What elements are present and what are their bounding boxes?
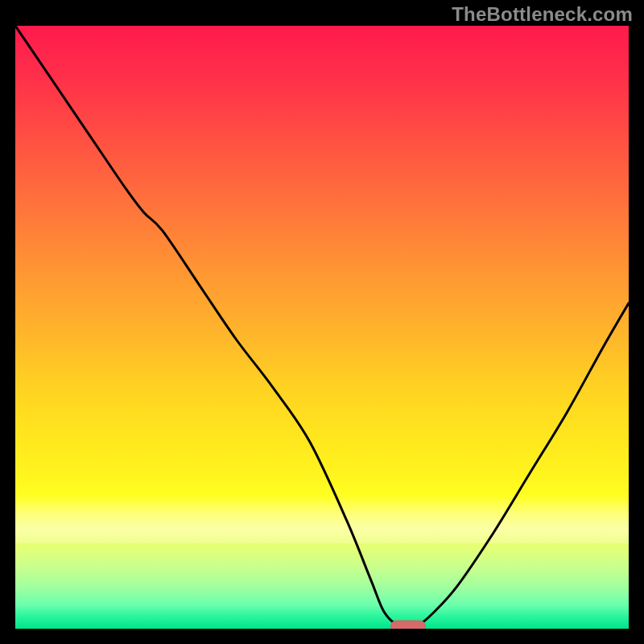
optimal-marker	[390, 621, 426, 630]
plot-area	[15, 26, 629, 629]
bottleneck-curve	[15, 26, 629, 629]
watermark-text: TheBottleneck.com	[452, 3, 633, 26]
chart-frame: TheBottleneck.com	[0, 0, 644, 644]
